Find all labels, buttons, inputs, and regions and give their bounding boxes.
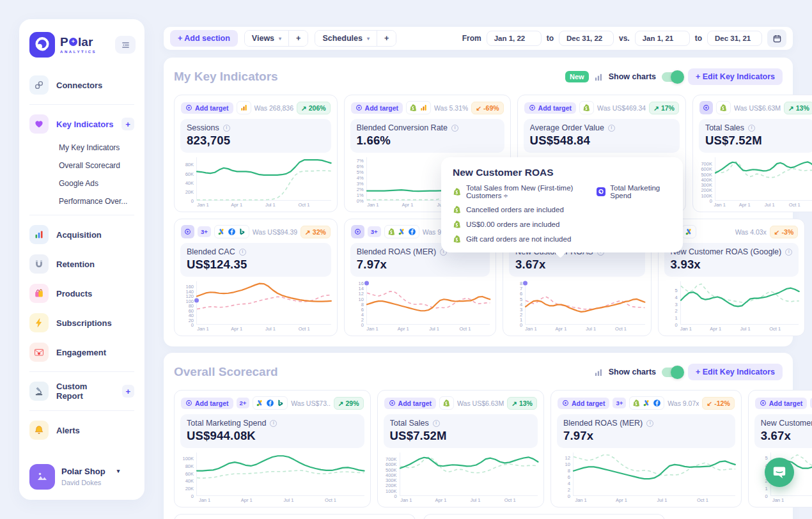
- sidebar-item-key-indicators[interactable]: Key Indicators+: [19, 109, 144, 139]
- previous-value-label: Was 4.03x: [735, 228, 767, 236]
- logo-o-glyph: +: [69, 38, 77, 46]
- shopify-icon: [453, 187, 462, 196]
- add-target-button[interactable]: Add target: [181, 102, 233, 114]
- kpi-card: Was US$6.63M↗ 13%Total SalesUS$7.52M700K…: [692, 95, 812, 212]
- facebook-icon: [408, 228, 416, 236]
- info-icon[interactable]: [451, 125, 458, 132]
- sidebar-item-custom-report[interactable]: Custom Report+: [19, 376, 144, 406]
- kpi-card-header: Was US$6.63M↗ 13%: [699, 100, 812, 119]
- add-section-button[interactable]: + Add section: [170, 30, 238, 47]
- chart-plot-area: [366, 281, 490, 325]
- info-icon[interactable]: [608, 125, 615, 132]
- delta-badge: ↗ 17%: [649, 102, 679, 114]
- target-set-button[interactable]: [699, 101, 713, 114]
- info-icon[interactable]: [433, 420, 440, 427]
- show-charts-toggle[interactable]: [662, 368, 682, 377]
- sidebar-item-connectors[interactable]: Connectors: [19, 70, 144, 100]
- kpi-title: Blended CAC: [187, 247, 325, 256]
- kpi-title-block: New Customer ROAS (Google)3.93x: [664, 243, 799, 277]
- edit-key-indicators-button[interactable]: + Edit Key Indicators: [688, 68, 783, 85]
- schedules-dropdown[interactable]: Schedules▾: [315, 31, 377, 46]
- sidebar-subitem-overall-scorecard[interactable]: Overall Scorecard: [19, 157, 144, 174]
- link-icon: [29, 75, 49, 95]
- sidebar-item-label: Acquisition: [56, 230, 102, 240]
- add-target-button[interactable]: Add target: [181, 398, 233, 409]
- top-toolbar: + Add section Views▾ + Schedules▾ + From…: [164, 27, 793, 50]
- kpi-title-block: Average Order ValueUS$548.84: [524, 119, 680, 153]
- add-target-button[interactable]: Add target: [351, 102, 403, 114]
- facebook-icon: [266, 399, 274, 407]
- info-icon[interactable]: [223, 125, 230, 132]
- kpi-title-block: Total SalesUS$7.52M: [384, 414, 538, 448]
- chevron-down-icon[interactable]: ▾: [117, 468, 120, 474]
- date-to-input[interactable]: Dec 31, 22: [559, 31, 614, 46]
- info-icon[interactable]: [270, 420, 277, 427]
- chart-x-axis: Jan 1Apr 1Jul 1Oct 1: [680, 325, 799, 332]
- kpi-card-header: Add targetWas US$469.34↗ 17%: [524, 100, 680, 119]
- chart-y-axis: 700K600K500K400K300K200K100K0: [699, 157, 715, 201]
- sidebar-item-subscriptions[interactable]: Subscriptions: [19, 308, 144, 337]
- info-icon[interactable]: [785, 249, 792, 256]
- edit-key-indicators-button[interactable]: + Edit Key Indicators: [688, 364, 783, 380]
- sidebar-collapse-button[interactable]: [115, 36, 136, 54]
- kpi-value: US$124.35: [187, 258, 325, 272]
- workspace-switcher[interactable]: Polar Shop▾ David Dokes: [19, 454, 144, 500]
- compare-to-input[interactable]: Dec 31, 21: [707, 31, 762, 46]
- provider-count-badge: 3+: [368, 226, 381, 237]
- kpi-title-block: New Customer ROAS3.67x: [754, 414, 812, 448]
- sidebar-item-label: Products: [56, 289, 92, 298]
- info-icon[interactable]: [239, 249, 246, 256]
- workspace-name: Polar Shop: [61, 467, 105, 476]
- show-charts-label: Show charts: [609, 72, 656, 81]
- date-range-controls: From Jan 1, 22 to Dec 31, 22 vs. Jan 1, …: [462, 29, 786, 47]
- sidebar-item-retention[interactable]: Retention: [19, 249, 144, 279]
- shopify-icon: [582, 104, 591, 112]
- tooltip-title: New Customer ROAS: [453, 167, 671, 178]
- provider-icons: [214, 225, 249, 238]
- metric-tooltip: New Customer ROAS Total Sales from New (…: [441, 157, 683, 252]
- add-button[interactable]: +: [122, 385, 134, 398]
- kpi-title: New Customer ROAS: [761, 419, 812, 428]
- kpi-value: 823,705: [187, 134, 325, 148]
- sidebar-subitem-google-ads[interactable]: Google Ads: [19, 174, 144, 192]
- ga-icon: [419, 104, 428, 112]
- add-target-button[interactable]: Add target: [755, 398, 808, 409]
- date-from-input[interactable]: Jan 1, 22: [487, 31, 542, 46]
- add-view-button[interactable]: +: [289, 31, 308, 46]
- compare-from-input[interactable]: Jan 1, 21: [635, 31, 690, 46]
- add-target-button[interactable]: Add target: [384, 398, 437, 409]
- target-set-button[interactable]: [181, 225, 194, 238]
- kpi-title: Blended ROAS (MER): [563, 419, 729, 428]
- previous-value-label: Was US$6.63M: [457, 399, 504, 407]
- kpi-title: Blended Conversion Rate: [357, 123, 498, 132]
- sidebar-item-label: Engagement: [56, 348, 106, 357]
- kpi-card-partial: [423, 514, 665, 519]
- sidebar-subitem-my-key-indicators[interactable]: My Key Indicators: [19, 139, 144, 157]
- add-target-button[interactable]: Add target: [558, 398, 610, 409]
- shopify-icon: [453, 235, 462, 244]
- sidebar-item-products[interactable]: Products: [19, 279, 144, 308]
- chart-y-axis: 543210: [664, 281, 680, 325]
- tooltip-line: Total Sales from New (First-time) Custom…: [453, 184, 671, 199]
- chart-x-axis: Jan 1Apr 1Jul 1Oct 1: [573, 496, 735, 503]
- info-icon[interactable]: [646, 420, 653, 427]
- add-button[interactable]: +: [121, 118, 134, 130]
- calendar-button[interactable]: [767, 29, 786, 47]
- views-dropdown[interactable]: Views▾: [245, 31, 288, 46]
- sidebar-subitem-performance-over-[interactable]: Performance Over...: [19, 192, 144, 210]
- target-set-button[interactable]: [351, 225, 364, 238]
- add-schedule-button[interactable]: +: [377, 31, 396, 46]
- previous-value-label: Was US$469.34: [597, 104, 646, 112]
- sidebar-item-alerts[interactable]: Alerts: [19, 415, 144, 445]
- previous-value-label: Was 9.07x: [668, 399, 699, 407]
- section-controls: Show charts+ Edit Key Indicators: [595, 364, 783, 380]
- add-target-button[interactable]: Add target: [524, 102, 577, 114]
- sidebar-item-engagement[interactable]: Engagement: [19, 337, 144, 367]
- chart-x-axis: Jan 1Apr 1Jul 1Oct 1: [196, 325, 331, 332]
- show-charts-toggle[interactable]: [662, 72, 682, 82]
- chat-launcher-button[interactable]: [765, 458, 794, 487]
- sidebar-item-acquisition[interactable]: Acquisition: [19, 220, 144, 249]
- microscope-icon: [29, 382, 49, 401]
- chart-plot-area: [196, 281, 331, 325]
- info-icon[interactable]: [748, 125, 755, 132]
